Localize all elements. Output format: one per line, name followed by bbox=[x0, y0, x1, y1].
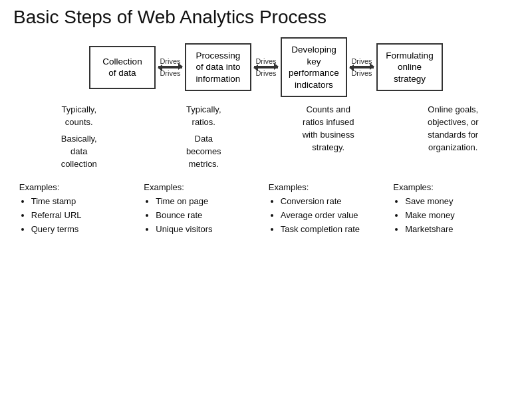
flow-diagram: Collectionof data Drives Drives Processi… bbox=[13, 37, 519, 97]
example1-list: Time stamp Referral URL Query terms bbox=[19, 195, 139, 236]
arrow3-forward-label: Drives bbox=[351, 57, 372, 65]
desc2-line1: Typically,ratios. bbox=[144, 104, 263, 129]
arrow3-back-label: Drives bbox=[351, 69, 372, 77]
example2-list: Time on page Bounce rate Unique visitors bbox=[144, 195, 263, 236]
arrow1-back-label: Drives bbox=[160, 69, 180, 77]
arrow-group-1: Drives Drives bbox=[158, 57, 182, 78]
list-item: Time stamp bbox=[31, 195, 139, 209]
example-col-3: Examples: Conversion rate Average order … bbox=[269, 182, 388, 236]
arrow-group-2: Drives Drives bbox=[254, 57, 278, 78]
desc-col-2: Typically,ratios. Databecomesmetrics. bbox=[144, 104, 263, 174]
arrow2-left bbox=[254, 67, 278, 68]
list-item: Marketshare bbox=[405, 223, 513, 237]
list-item: Make money bbox=[405, 209, 513, 223]
list-item: Save money bbox=[405, 195, 513, 209]
example-col-1: Examples: Time stamp Referral URL Query … bbox=[19, 182, 139, 236]
desc2-line2: Databecomesmetrics. bbox=[144, 133, 263, 171]
example2-title: Examples: bbox=[144, 182, 263, 192]
page-title: Basic Steps of Web Analytics Process bbox=[13, 7, 519, 28]
examples-section: Examples: Time stamp Referral URL Query … bbox=[13, 182, 519, 236]
list-item: Bounce rate bbox=[156, 209, 263, 223]
desc-col-4: Online goals,objectives, orstandards for… bbox=[393, 104, 513, 174]
list-item: Conversion rate bbox=[281, 195, 388, 209]
box-strategy: Formulatingonlinestrategy bbox=[376, 43, 443, 92]
example4-list: Save money Make money Marketshare bbox=[393, 195, 513, 236]
arrow-group-3: Drives Drives bbox=[350, 57, 374, 78]
arrow1-left bbox=[158, 67, 182, 68]
arrow2-forward-label: Drives bbox=[255, 57, 276, 65]
list-item: Time on page bbox=[156, 195, 263, 209]
list-item: Average order value bbox=[281, 209, 388, 223]
list-item: Query terms bbox=[31, 223, 139, 237]
desc-col-1: Typically,counts. Basically,datacollecti… bbox=[19, 104, 139, 174]
arrow2-back-label: Drives bbox=[255, 69, 276, 77]
example3-title: Examples: bbox=[269, 182, 388, 192]
example-col-4: Examples: Save money Make money Marketsh… bbox=[393, 182, 513, 236]
example4-title: Examples: bbox=[393, 182, 513, 192]
desc-col-3: Counts andratios infusedwith businessstr… bbox=[269, 104, 388, 174]
desc1-line1: Typically,counts. bbox=[19, 104, 139, 129]
box-processing: Processingof data intoinformation bbox=[185, 43, 251, 92]
list-item: Referral URL bbox=[31, 209, 139, 223]
desc3-line1: Counts andratios infusedwith businessstr… bbox=[269, 104, 388, 154]
descriptions-section: Typically,counts. Basically,datacollecti… bbox=[13, 104, 519, 174]
example-col-2: Examples: Time on page Bounce rate Uniqu… bbox=[144, 182, 263, 236]
arrow3-left bbox=[350, 67, 374, 68]
example3-list: Conversion rate Average order value Task… bbox=[269, 195, 388, 236]
arrow1-forward-label: Drives bbox=[160, 57, 180, 65]
list-item: Unique visitors bbox=[156, 223, 263, 237]
box-kpi: Developingkeyperformanceindicators bbox=[281, 37, 347, 97]
desc1-line2: Basically,datacollection bbox=[19, 133, 139, 171]
list-item: Task completion rate bbox=[281, 223, 388, 237]
desc4-line1: Online goals,objectives, orstandards for… bbox=[393, 104, 513, 154]
box-collection: Collectionof data bbox=[89, 46, 156, 89]
example1-title: Examples: bbox=[19, 182, 139, 192]
